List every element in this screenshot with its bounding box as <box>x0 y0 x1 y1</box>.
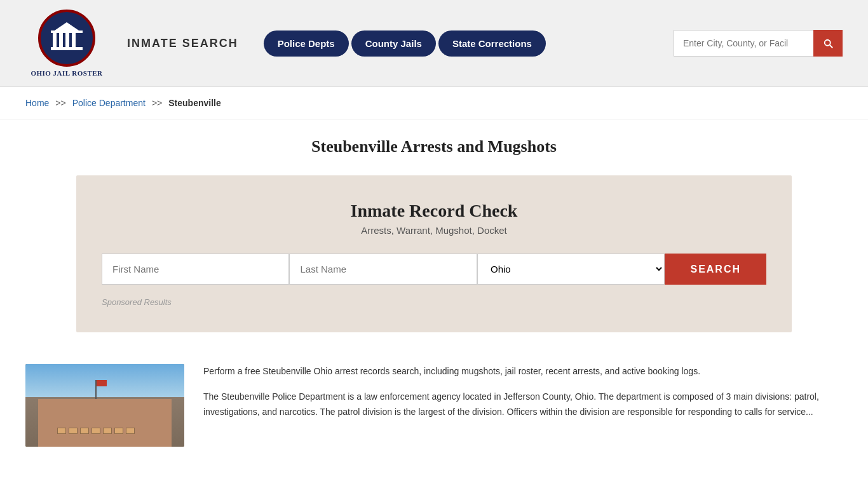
record-check-box: Inmate Record Check Arrests, Warrant, Mu… <box>76 175 792 332</box>
svg-rect-6 <box>51 30 83 33</box>
state-select[interactable]: AlabamaAlaskaArizonaArkansasCaliforniaCo… <box>477 254 665 285</box>
record-check-title: Inmate Record Check <box>102 201 766 221</box>
building-bg <box>25 364 184 447</box>
header: Ohio Jail Roster INMATE SEARCH Police De… <box>0 0 868 87</box>
breadcrumb-sep1: >> <box>55 98 65 108</box>
search-form: AlabamaAlaskaArizonaArkansasCaliforniaCo… <box>102 254 766 285</box>
svg-rect-2 <box>65 33 69 48</box>
window <box>114 428 123 434</box>
breadcrumb: Home >> Police Department >> Steubenvill… <box>0 87 868 119</box>
logo-icon <box>38 10 95 67</box>
svg-rect-4 <box>51 47 83 50</box>
window <box>103 428 112 434</box>
sponsored-results-label: Sponsored Results <box>102 297 766 307</box>
inmate-search-label: INMATE SEARCH <box>127 37 238 50</box>
svg-rect-0 <box>53 33 57 48</box>
content-paragraph-1: Perform a free Steubenville Ohio arrest … <box>203 364 843 379</box>
building-windows <box>57 428 153 434</box>
nav-btn-county-jails[interactable]: County Jails <box>351 30 436 57</box>
content-section: Perform a free Steubenville Ohio arrest … <box>0 345 868 466</box>
window <box>80 428 89 434</box>
last-name-input[interactable] <box>289 254 477 285</box>
window <box>69 428 78 434</box>
page-title: Steubenville Arrests and Mugshots <box>25 137 843 156</box>
content-image <box>25 364 184 447</box>
nav-btn-police-depts[interactable]: Police Depts <box>264 30 349 57</box>
flag-pole <box>95 380 97 399</box>
breadcrumb-home[interactable]: Home <box>25 98 49 108</box>
window <box>57 428 66 434</box>
logo-text: Ohio Jail Roster <box>31 69 102 77</box>
window <box>92 428 100 434</box>
courthouse-svg <box>48 19 86 57</box>
nav-buttons: Police Depts County Jails State Correcti… <box>264 30 546 57</box>
record-check-subtitle: Arrests, Warrant, Mugshot, Docket <box>102 225 766 236</box>
building-block <box>38 399 172 447</box>
svg-rect-1 <box>59 33 63 48</box>
content-text: Perform a free Steubenville Ohio arrest … <box>203 364 843 430</box>
nav-btn-state-corrections[interactable]: State Corrections <box>438 30 546 57</box>
breadcrumb-sep2: >> <box>152 98 162 108</box>
content-paragraph-2: The Steubenville Police Department is a … <box>203 390 843 420</box>
header-search-button[interactable] <box>813 30 843 57</box>
first-name-input[interactable] <box>102 254 289 285</box>
breadcrumb-current: Steubenville <box>168 98 220 108</box>
search-button[interactable]: SEARCH <box>665 254 766 285</box>
svg-rect-3 <box>72 33 76 48</box>
breadcrumb-police-dept[interactable]: Police Department <box>72 98 146 108</box>
header-search-area <box>674 30 843 57</box>
header-search-input[interactable] <box>674 30 813 57</box>
page-title-section: Steubenville Arrests and Mugshots <box>0 119 868 163</box>
flag <box>97 380 107 386</box>
window <box>126 428 135 434</box>
search-icon <box>822 37 834 49</box>
logo-area: Ohio Jail Roster <box>25 10 108 77</box>
